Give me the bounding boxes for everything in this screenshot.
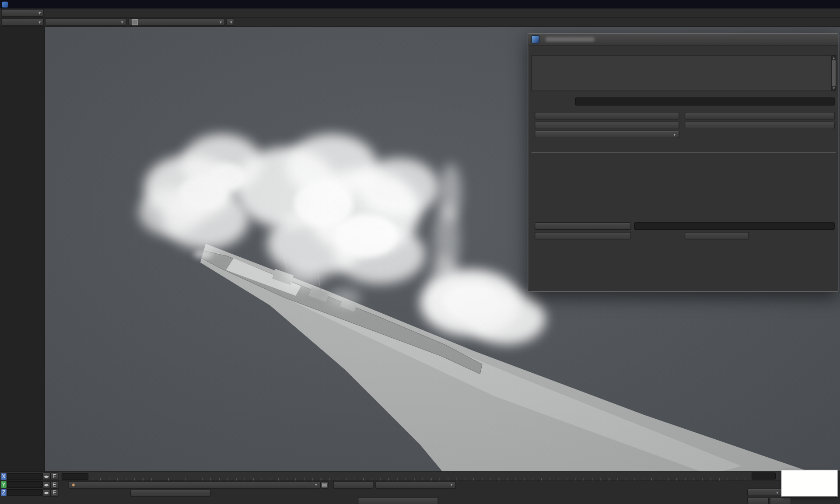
axis-x-badge[interactable]: X <box>1 473 6 480</box>
position-z-field[interactable] <box>7 489 42 496</box>
relative-to-content-directory-button[interactable] <box>535 232 631 239</box>
file-menu-button[interactable]: ▾ <box>1 9 44 17</box>
y-envelope-button[interactable]: E <box>50 481 58 488</box>
preview-dropdown[interactable]: ▾ <box>747 489 781 496</box>
timeline-ruler[interactable] <box>89 472 750 481</box>
app-icon <box>2 1 8 7</box>
menu-bar: ▾ <box>0 9 840 18</box>
range-start-field[interactable] <box>62 473 88 480</box>
position-y-field[interactable] <box>7 481 42 488</box>
cache-directory-value[interactable] <box>634 222 835 230</box>
max-memory-value <box>575 98 835 105</box>
gpu-select-dropdown[interactable]: ▾ <box>535 131 679 138</box>
shading-options-dropdown[interactable]: ▾ <box>226 18 234 26</box>
position-x-field[interactable] <box>7 473 42 480</box>
clock-tooltip <box>781 470 838 497</box>
delete-key-button[interactable] <box>358 497 438 504</box>
edit-menu-button[interactable]: ▾ <box>1 18 44 26</box>
close-button[interactable] <box>824 0 838 8</box>
axis-y-badge[interactable]: Y <box>1 481 6 488</box>
chevron-down-icon: ▾ <box>313 482 317 487</box>
chevron-down-icon: ▾ <box>228 20 232 24</box>
undo-button[interactable] <box>747 497 769 504</box>
lock-cache-button[interactable] <box>685 232 749 239</box>
autokey-dropdown[interactable]: ▾ <box>375 481 456 488</box>
range-end-field[interactable] <box>752 472 776 480</box>
axis-z-badge[interactable]: Z <box>1 489 6 496</box>
scroll-down-icon[interactable]: ▼ <box>832 87 835 90</box>
object-item-icon: ◆ <box>72 482 75 487</box>
viewport-3d[interactable]: ▲▼ ▾ <box>45 27 840 471</box>
chevron-down-icon: ▾ <box>36 20 41 24</box>
create-key-button[interactable] <box>130 489 211 496</box>
object-list-scrollbar[interactable]: ▲▼ <box>831 55 836 91</box>
shading-mode-dropdown[interactable]: ▾ <box>129 18 225 26</box>
x-envelope-button[interactable]: E <box>50 472 58 480</box>
tfd-app-icon <box>532 35 539 43</box>
shading-icon <box>132 19 137 24</box>
scroll-thumb[interactable] <box>832 60 836 86</box>
chevron-down-icon: ▾ <box>673 132 676 137</box>
turbulencefd-titlebar[interactable] <box>528 34 838 46</box>
x-spinner[interactable]: ◂▸ <box>42 472 50 480</box>
turbulencefd-panel: ▲▼ ▾ <box>528 33 838 292</box>
bottom-bar: X ◂▸ E Y ◂▸ E ◆ ▾ ▤ <box>0 472 840 504</box>
z-spinner[interactable]: ◂▸ <box>42 489 50 496</box>
chevron-down-icon: ▾ <box>448 482 453 487</box>
chevron-down-icon: ▾ <box>119 20 123 24</box>
z-envelope-button[interactable]: E <box>50 489 58 496</box>
minimize-button[interactable] <box>796 0 810 8</box>
simulate-while-rendering-button[interactable] <box>685 122 835 129</box>
maximize-button[interactable] <box>810 0 824 8</box>
screen: ▾ ▾ ▾ ▾ ▾ <box>0 0 840 504</box>
object-list <box>532 55 832 91</box>
redo-button[interactable] <box>770 497 791 504</box>
current-item-dropdown[interactable]: ◆ ▾ <box>69 481 321 488</box>
continue-button[interactable] <box>685 112 835 119</box>
window-titlebar[interactable] <box>0 0 840 9</box>
redacted-email <box>546 37 595 42</box>
item-list-picker-button[interactable]: ▤ <box>320 481 328 488</box>
chevron-down-icon: ▾ <box>36 10 41 15</box>
viewport-toolbar: ▾ ▾ ▾ ▾ <box>0 18 840 27</box>
properties-button[interactable] <box>333 481 374 488</box>
chevron-down-icon: ▾ <box>774 490 778 495</box>
y-spinner[interactable]: ◂▸ <box>42 481 50 488</box>
view-mode-dropdown[interactable]: ▾ <box>45 18 126 26</box>
scroll-up-icon[interactable]: ▲ <box>832 56 835 60</box>
start-button[interactable] <box>535 112 679 119</box>
lightwave-window: ▾ ▾ ▾ ▾ ▾ <box>0 0 840 504</box>
upres-button[interactable] <box>535 122 679 129</box>
rate-value <box>795 497 820 504</box>
left-sidebar <box>0 27 45 471</box>
chevron-down-icon: ▾ <box>217 20 222 24</box>
cache-directory-button[interactable] <box>535 222 631 230</box>
